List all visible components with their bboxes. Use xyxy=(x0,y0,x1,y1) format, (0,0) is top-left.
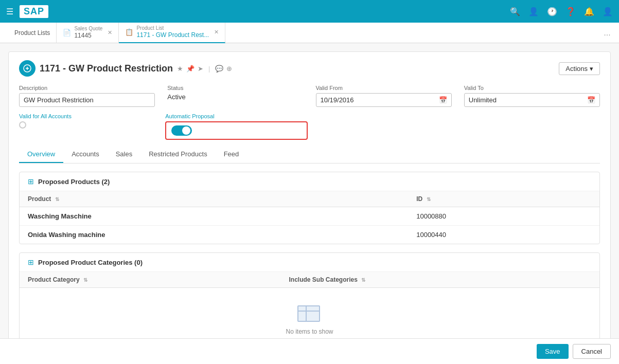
automatic-proposal-label[interactable]: Automatic Proposal xyxy=(165,113,307,119)
tab-icon: 📋 xyxy=(125,28,133,36)
tab-sublabel: Sales Quote xyxy=(74,26,102,32)
empty-table-icon xyxy=(297,305,320,322)
tab-label: 11445 xyxy=(74,32,102,39)
sort-icon: ⇅ xyxy=(55,196,59,202)
subtab-overview[interactable]: Overview xyxy=(19,146,63,163)
account-icon[interactable]: 👤 xyxy=(603,7,613,16)
sort-icon: ⇅ xyxy=(361,277,365,283)
subtab-restricted-products[interactable]: Restricted Products xyxy=(140,146,215,163)
star-icon[interactable]: ★ xyxy=(177,65,183,72)
bell-icon[interactable]: 🔔 xyxy=(584,7,594,16)
search-icon[interactable]: 🔍 xyxy=(510,7,520,16)
col-include-sub-categories[interactable]: Include Sub Categories ⇅ xyxy=(280,272,599,288)
tab-close-icon[interactable]: ✕ xyxy=(214,29,219,35)
tab-product-lists[interactable]: Product Lists xyxy=(8,23,57,43)
status-value: Active xyxy=(167,93,303,101)
subtab-feed[interactable]: Feed xyxy=(216,146,247,163)
header-actions-row: ★ 📌 ➤ | 💬 ⊕ xyxy=(177,65,232,72)
valid-from-label: Valid From xyxy=(316,85,452,91)
tab-icon: 📄 xyxy=(63,29,71,37)
tab-close-icon[interactable]: ✕ xyxy=(108,29,112,36)
status-label: Status xyxy=(167,85,303,91)
section-icon: ⊞ xyxy=(28,258,34,266)
add-icon[interactable]: ⊕ xyxy=(226,65,232,72)
tab-sublabel: Product List xyxy=(136,25,209,31)
form-spacer-1 xyxy=(312,113,454,140)
calendar-icon[interactable]: 📅 xyxy=(439,96,447,104)
page-header: 1171 - GW Product Restriction ★ 📌 ➤ | 💬 … xyxy=(19,60,600,77)
automatic-proposal-toggle[interactable] xyxy=(171,125,192,136)
radio-dot xyxy=(19,121,26,129)
tab-label: Product Lists xyxy=(14,29,50,37)
empty-icon xyxy=(297,305,322,324)
form-spacer-2 xyxy=(458,113,600,140)
history-icon[interactable]: 🕐 xyxy=(547,7,557,16)
top-nav-left: ☰ SAP xyxy=(6,5,48,18)
page-header-left: 1171 - GW Product Restriction ★ 📌 ➤ | 💬 … xyxy=(19,60,232,77)
field-valid-from: Valid From 10/19/2016 📅 xyxy=(316,85,452,107)
field-valid-for-all-accounts: Valid for All Accounts xyxy=(19,113,161,140)
form-section-main: Description GW Product Restriction Statu… xyxy=(19,85,600,107)
empty-text: No items to show xyxy=(286,328,333,335)
automatic-proposal-toggle-container xyxy=(165,121,307,140)
table-row: Onida Washing machine 10000440 xyxy=(20,226,599,244)
page-icon xyxy=(19,60,36,77)
comment-icon[interactable]: 💬 xyxy=(215,65,223,72)
table-header-row: Product ⇅ ID ⇅ xyxy=(20,191,599,207)
field-status: Status Active xyxy=(167,85,303,107)
col-product[interactable]: Product ⇅ xyxy=(20,191,408,207)
table-row: Wasching Maschine 10000880 xyxy=(20,207,599,226)
field-description: Description GW Product Restriction xyxy=(19,85,155,107)
tab-product-list-detail[interactable]: 📋 Product List 1171 - GW Product Rest...… xyxy=(119,23,225,43)
proposed-products-table: Product ⇅ ID ⇅ Wasching Maschine 1000088… xyxy=(20,191,599,244)
calendar-icon[interactable]: 📅 xyxy=(587,96,595,104)
arrow-icon[interactable]: ➤ xyxy=(198,65,203,72)
sub-tabs: Overview Accounts Sales Restricted Produ… xyxy=(19,146,600,163)
subtab-accounts[interactable]: Accounts xyxy=(63,146,107,163)
sap-logo[interactable]: SAP xyxy=(20,5,48,18)
proposed-products-section: ⊞ Proposed Products (2) Product ⇅ ID ⇅ xyxy=(19,172,600,244)
col-category[interactable]: Product Category ⇅ xyxy=(20,272,280,288)
hamburger-icon[interactable]: ☰ xyxy=(6,7,13,16)
proposed-categories-header: ⊞ Proposed Product Categories (0) xyxy=(20,253,599,272)
valid-to-label: Valid To xyxy=(464,85,600,91)
field-valid-to: Valid To Unlimited 📅 xyxy=(464,85,600,107)
page-title: 1171 - GW Product Restriction xyxy=(40,63,173,74)
proposed-products-header: ⊞ Proposed Products (2) xyxy=(20,172,599,191)
separator: | xyxy=(208,65,210,72)
proposed-products-title: Proposed Products (2) xyxy=(38,178,110,186)
valid-to-value[interactable]: Unlimited 📅 xyxy=(464,93,600,107)
table-header-row: Product Category ⇅ Include Sub Categorie… xyxy=(20,272,599,288)
save-button[interactable]: Save xyxy=(537,344,569,359)
cancel-button[interactable]: Cancel xyxy=(573,344,611,359)
valid-for-all-accounts-label[interactable]: Valid for All Accounts xyxy=(19,113,161,119)
top-nav-right: 🔍 👤 🕐 ❓ 🔔 👤 xyxy=(510,7,613,16)
field-automatic-proposal: Automatic Proposal xyxy=(165,113,307,140)
col-id[interactable]: ID ⇅ xyxy=(408,191,599,207)
subtab-sales[interactable]: Sales xyxy=(108,146,141,163)
product-id: 10000440 xyxy=(408,226,599,244)
help-icon[interactable]: ❓ xyxy=(565,7,576,16)
valid-from-value[interactable]: 10/19/2016 📅 xyxy=(316,93,452,107)
pin-icon[interactable]: 📌 xyxy=(186,65,194,72)
toggle-row: Valid for All Accounts Automatic Proposa… xyxy=(19,113,600,140)
content-card: 1171 - GW Product Restriction ★ 📌 ➤ | 💬 … xyxy=(8,51,611,364)
tab-label: 1171 - GW Product Rest... xyxy=(136,31,209,39)
chevron-down-icon: ▾ xyxy=(590,65,593,72)
tab-bar: Product Lists 📄 Sales Quote 11445 ✕ 📋 Pr… xyxy=(0,23,619,43)
person-icon[interactable]: 👤 xyxy=(528,7,539,16)
actions-button[interactable]: Actions ▾ xyxy=(559,62,600,75)
sort-icon: ⇅ xyxy=(427,196,431,202)
sort-icon: ⇅ xyxy=(83,277,87,283)
tab-sales-quote[interactable]: 📄 Sales Quote 11445 ✕ xyxy=(57,23,119,43)
valid-for-all-accounts-radio[interactable] xyxy=(19,121,161,129)
product-id: 10000880 xyxy=(408,207,599,226)
description-label: Description xyxy=(19,85,155,91)
product-name: Onida Washing machine xyxy=(20,226,408,244)
tab-overflow-icon[interactable]: … xyxy=(604,29,611,37)
description-value[interactable]: GW Product Restriction xyxy=(19,93,155,107)
bottom-bar: Save Cancel xyxy=(0,338,619,364)
product-name: Wasching Maschine xyxy=(20,207,408,226)
page-container: 1171 - GW Product Restriction ★ 📌 ➤ | 💬 … xyxy=(0,43,619,364)
section-icon: ⊞ xyxy=(28,177,34,186)
